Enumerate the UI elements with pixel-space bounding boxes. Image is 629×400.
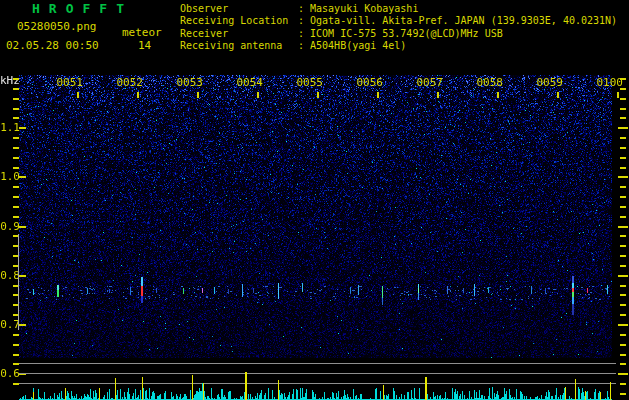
freq-minor-tick — [13, 344, 19, 346]
time-tick — [377, 92, 379, 98]
freq-label: 0.9 — [0, 221, 20, 232]
right-minor-tick — [620, 354, 626, 356]
freq-minor-tick — [13, 186, 19, 188]
freq-minor-tick — [13, 147, 19, 149]
right-minor-tick — [620, 314, 626, 316]
meteor-count: 14 — [138, 40, 151, 52]
output-filename: 05280050.png — [17, 21, 96, 33]
freq-minor-tick — [13, 206, 19, 208]
right-minor-tick — [620, 78, 626, 80]
freq-major-tick — [19, 176, 26, 178]
freq-minor-tick — [13, 167, 19, 169]
freq-label: 0.8 — [0, 270, 20, 281]
right-minor-tick — [620, 363, 626, 365]
freq-minor-tick — [13, 137, 19, 139]
right-minor-tick — [620, 304, 626, 306]
right-minor-tick — [620, 98, 626, 100]
freq-label: 1.0 — [0, 171, 20, 182]
right-minor-tick — [620, 265, 626, 267]
station-info-row: Receiving Location: Ogata-vill. Akita-Pr… — [180, 15, 617, 27]
station-info-value: : A504HB(yagi 4el) — [298, 40, 406, 51]
right-major-tick — [618, 127, 628, 129]
hrofft-screenshot: HROFFT 05280050.png meteor 02.05.28 00:5… — [0, 0, 629, 400]
right-minor-tick — [620, 206, 626, 208]
time-tick — [497, 92, 499, 98]
timestamp: 02.05.28 00:50 — [6, 40, 99, 52]
station-info: Observer: Masayuki KobayashiReceiving Lo… — [180, 3, 617, 53]
freq-minor-tick — [13, 216, 19, 218]
right-minor-tick — [620, 255, 626, 257]
calibration-marker-line — [18, 234, 19, 330]
right-major-tick — [618, 176, 628, 178]
time-label: 0057 — [413, 77, 443, 88]
time-tick — [77, 92, 79, 98]
right-minor-tick — [620, 285, 626, 287]
right-minor-tick — [620, 186, 626, 188]
station-info-value: : ICOM IC-575 53.7492(@LCD)MHz USB — [298, 28, 503, 39]
freq-minor-tick — [13, 354, 19, 356]
time-tick — [257, 92, 259, 98]
time-label: 0058 — [473, 77, 503, 88]
freq-major-tick — [19, 275, 26, 277]
time-label: 0054 — [233, 77, 263, 88]
freq-label: 0.7 — [0, 319, 20, 330]
right-minor-tick — [620, 157, 626, 159]
time-tick — [137, 92, 139, 98]
time-label: 0100 — [593, 77, 623, 88]
freq-major-tick — [19, 226, 26, 228]
right-minor-tick — [620, 137, 626, 139]
right-minor-tick — [620, 235, 626, 237]
freq-axis-unit: kHz — [0, 75, 20, 87]
freq-minor-tick — [13, 334, 19, 336]
right-minor-tick — [620, 108, 626, 110]
time-label: 0055 — [293, 77, 323, 88]
freq-label: 0.6 — [0, 368, 20, 379]
station-info-row: Observer: Masayuki Kobayashi — [180, 3, 617, 15]
time-tick — [557, 92, 559, 98]
right-major-tick — [618, 373, 628, 375]
right-minor-tick — [620, 88, 626, 90]
time-label: 0051 — [53, 77, 83, 88]
freq-major-tick — [19, 324, 26, 326]
freq-major-tick — [19, 127, 26, 129]
freq-minor-tick — [13, 98, 19, 100]
freq-minor-tick — [13, 157, 19, 159]
time-label: 0052 — [113, 77, 143, 88]
station-info-row: Receiver: ICOM IC-575 53.7492(@LCD)MHz U… — [180, 28, 617, 40]
station-info-value: : Masayuki Kobayashi — [298, 3, 418, 14]
time-label: 0053 — [173, 77, 203, 88]
freq-minor-tick — [13, 88, 19, 90]
right-minor-tick — [620, 167, 626, 169]
mode-label: meteor — [122, 27, 162, 39]
station-info-label: Observer — [180, 3, 298, 15]
right-major-tick — [618, 275, 628, 277]
freq-minor-tick — [13, 117, 19, 119]
freq-minor-tick — [13, 196, 19, 198]
right-minor-tick — [620, 147, 626, 149]
time-label: 0056 — [353, 77, 383, 88]
station-info-row: Receiving antenna: A504HB(yagi 4el) — [180, 40, 617, 52]
station-info-label: Receiver — [180, 28, 298, 40]
freq-label: 1.1 — [0, 122, 20, 133]
right-minor-tick — [620, 216, 626, 218]
freq-minor-tick — [13, 108, 19, 110]
time-label: 0059 — [533, 77, 563, 88]
spectrogram-canvas — [19, 75, 612, 358]
right-minor-tick — [620, 334, 626, 336]
station-info-value: : Ogata-vill. Akita-Pref. JAPAN (139.930… — [298, 15, 617, 26]
right-minor-tick — [620, 294, 626, 296]
app-title: HROFFT — [32, 3, 133, 15]
time-tick — [197, 92, 199, 98]
time-tick — [317, 92, 319, 98]
right-minor-tick — [620, 245, 626, 247]
right-major-tick — [618, 226, 628, 228]
right-minor-tick — [620, 196, 626, 198]
right-minor-tick — [620, 117, 626, 119]
signal-power-trace-canvas — [19, 358, 612, 400]
freq-minor-tick — [13, 78, 19, 80]
time-tick — [437, 92, 439, 98]
right-minor-tick — [620, 344, 626, 346]
station-info-label: Receiving Location — [180, 15, 298, 27]
station-info-label: Receiving antenna — [180, 40, 298, 52]
right-minor-tick — [620, 393, 626, 395]
